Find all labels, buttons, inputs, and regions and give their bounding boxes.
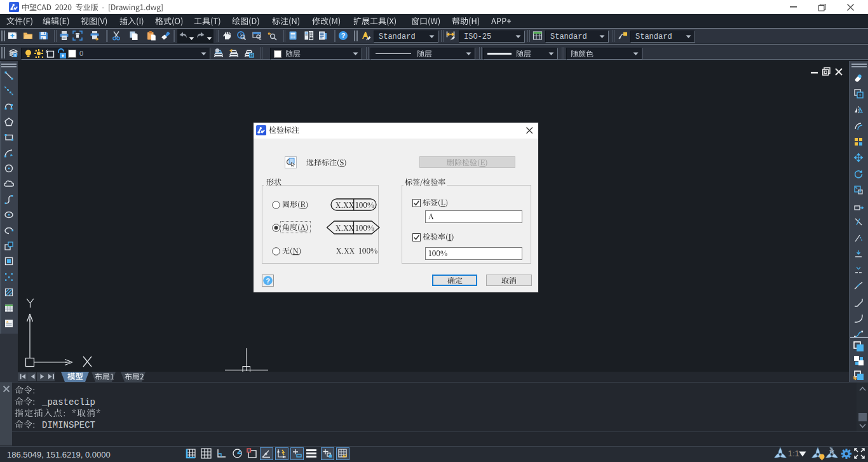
svg-text:?: ?: [341, 32, 346, 39]
svg-text:?: ?: [266, 277, 270, 285]
